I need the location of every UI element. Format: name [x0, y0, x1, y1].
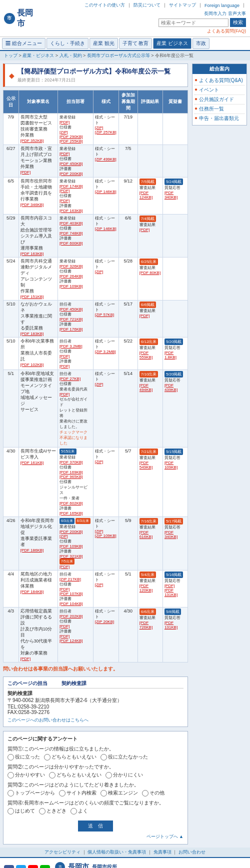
table-row: 5/1 令和6年度地域支援事業推進計画モーメンツタイプ地域地域メッセージサービス… [4, 370, 188, 448]
nav-item-city[interactable]: 市政 [192, 38, 210, 49]
row-qa: 5/8掲載 質疑応答 [PDF 131KB] [162, 608, 188, 662]
title-icon: ◆ [9, 72, 14, 80]
col-qa: 質疑書 [162, 90, 188, 114]
survey-submit-button[interactable]: 送 信 [78, 820, 113, 832]
footer-logo: 市 長岡市 長岡市役所 [55, 862, 210, 868]
row-date: 5/10 [4, 338, 19, 370]
sidebar-item-notices[interactable]: ● 申告・届出書類元 [194, 114, 244, 123]
row-format: 様式・シート [ZIP] [ZIP 257KB] [93, 114, 118, 145]
row-project: ながおかウェルネス事業推進に関する委託業務 [PDF 183KB] [18, 300, 58, 338]
twitter-icon[interactable]: t [16, 865, 26, 868]
project-pdf[interactable]: [PDF] [20, 170, 56, 174]
project-pdf[interactable]: [PDF 352KB] [20, 138, 56, 143]
fmt-zip2[interactable]: [ZIP 257KB] [95, 130, 117, 134]
survey-q4-opt2[interactable]: ときどき [39, 808, 66, 814]
survey-q3-opt1[interactable]: トップページから [8, 790, 55, 796]
access-link-privacy[interactable]: 個人情報の取扱い・免責事項 [88, 850, 146, 854]
sidebar-label-facilities: 公共施設ガイド [199, 96, 234, 103]
fmt-zip1[interactable]: [ZIP] [95, 126, 117, 130]
row-period: 9/12 [118, 178, 138, 214]
nav-item-menu[interactable]: ☰ 総合メニュー [2, 38, 46, 49]
table-row: 4/3 応用情報定義業評価に関するる設計及び市内10分目代から30代後半を対象の… [4, 608, 188, 662]
nav-item-life[interactable]: くらし・手続き [46, 38, 88, 49]
page-top-link[interactable]: ページトップへ ▲ [8, 834, 184, 840]
row-dept: 5/15出来 業者登録 [PDF 370KB] 仕様書 [PDF 169KB] … [58, 448, 93, 517]
breadcrumb-proposal[interactable]: 長岡市プロポーザル方式公示等 [87, 53, 150, 58]
access-link-contact[interactable]: お問い合わせ [178, 850, 206, 854]
sidebar-item-events[interactable]: ● イベント [194, 86, 244, 95]
sidebar-item-offices[interactable]: ● 任務所一覧 [194, 104, 244, 114]
search-button[interactable]: 検索 [230, 18, 246, 27]
row-project: 令和6年度長岡市地域デジタル化促進事業委託事業者 [PDF 186KB] [18, 517, 58, 570]
survey-q4-opt1[interactable]: はじめて [8, 808, 35, 814]
sidebar-title: 総合案内 [192, 64, 246, 74]
header-link-sitemap[interactable]: サイトマップ [169, 2, 196, 8]
header-link-usage[interactable]: このサイトの使い方 [84, 2, 125, 8]
table-row: 7/9 長岡市立大型図書館サービス技術審査業務外業務 [PDF 352KB] 業… [4, 114, 188, 145]
survey-q3-opt4[interactable]: その他 [142, 790, 164, 796]
row-date: 4/3 [4, 608, 19, 662]
bullet-icon: ● [194, 115, 198, 120]
contact-fax: FAX:0258-39-2276 [8, 710, 122, 715]
footer-logo-icon: 市 [55, 862, 65, 868]
footer-city-label: 長岡市役所 [92, 864, 117, 868]
table-row: 5/10 令和6年次業事務所業務法人市長委託 [PDF 102KB] 担任者 [… [4, 338, 188, 370]
header-link-voice[interactable]: 長岡市入力 音声大事 [204, 10, 246, 17]
footer-content: f t ▶ L 市 長岡市 長岡市役所 〒940-8501 新潟県長岡市大手通1… [4, 862, 246, 868]
logo-text: 長岡市 [17, 8, 41, 29]
search-input[interactable] [158, 18, 228, 27]
row-qa: 5/20掲載 質疑応答 [PDF 439KB] [162, 370, 188, 448]
row-project: 長岡市共科交通連動デジタルメディアレコンテンツ制作業務 [PDF 151KB] [18, 258, 58, 300]
bullet-icon: ● [194, 86, 198, 92]
line-icon[interactable]: L [40, 865, 50, 868]
row-qa: 5/17掲載 質疑応答 [PDF 340KB] [162, 517, 188, 570]
survey-q1-opt2[interactable]: どちらともいえない [44, 754, 96, 760]
header-link-foreign[interactable]: Foreign language [204, 3, 240, 8]
survey-q1-opt3[interactable]: 役に立たなかった [100, 754, 148, 760]
survey-q2-opt2[interactable]: どちらともいえない [49, 772, 102, 778]
survey-q2-opt1[interactable]: 分かりやすい [8, 772, 45, 778]
faq-quick[interactable]: よくある質問(FAQ) [207, 28, 246, 34]
youtube-icon[interactable]: ▶ [28, 865, 38, 868]
sidebar-label-events: イベント [199, 86, 219, 94]
nav-item-industry[interactable]: 産業 観光 [90, 38, 118, 49]
survey-q3-opt3[interactable]: 検索エンジン [100, 790, 138, 796]
row-project: 尾島地区の地力利活成施業者様体業務 [PDF 184KB] [18, 570, 58, 608]
header-link-disaster[interactable]: 防災について [134, 2, 160, 8]
update-date: 最終更新日：2024年7月21日 [18, 77, 170, 84]
row-dept: 業者登録 [PDF] 仕様書 [PDF 450KB] 評価書 [PDF 200K… [58, 145, 93, 178]
breadcrumb-top[interactable]: トップ [4, 53, 18, 58]
dept-pdf2[interactable]: [ZIP] [60, 130, 92, 134]
facebook-icon[interactable]: f [4, 865, 14, 868]
dept-pdf4[interactable]: [PDF 255KB] [60, 139, 92, 144]
sidebar-item-facilities[interactable]: ● 公共施設ガイド [194, 95, 244, 104]
row-date: 4/4 [4, 570, 19, 608]
contact-box: このページの担当 契約検査課 契約検査課 〒940-0062 新潟県長岡市大手通… [3, 676, 188, 727]
access-link-disclaimer[interactable]: 免責事項 [154, 850, 172, 854]
contact-address: 〒940-0062 新潟県長岡市大手通2-6（大手通分室） [8, 697, 122, 704]
breadcrumb-industry[interactable]: 産業・ビジネス [22, 53, 54, 58]
result-badge: 6/12出来 [140, 338, 158, 345]
survey-q4-text: 質問④:長岡市ホームページはどのくらいの頻度でご覧になりますか。 [8, 800, 184, 806]
survey-q1-opt1[interactable]: 役に立った [8, 754, 40, 760]
dept-pdf1[interactable]: [PDF] [60, 120, 92, 124]
breadcrumb-bid[interactable]: 入札・契約 [60, 53, 82, 58]
row-period: 7/19 [118, 114, 138, 145]
col-project: 対象事業名 [18, 90, 58, 114]
nav-item-business[interactable]: 産業 ビジネス [153, 38, 192, 49]
survey-q3-opt2[interactable]: サイト内検索 [59, 790, 96, 796]
table-row: 5/24 長岡市共科交通連動デジタルメディアレコンテンツ制作業務 [PDF 15… [4, 258, 188, 300]
dept-pdf3[interactable]: [PDF 290KB] [60, 134, 92, 139]
row-result: 7/16出来 審査結果 [PDF 616KB] [138, 517, 162, 570]
survey-q2-opt3[interactable]: 分かりにくい [106, 772, 143, 778]
sidebar-item-faq[interactable]: ● よくある質問(Q&A) [194, 76, 244, 86]
result-badge: 7/5掲載 [140, 178, 156, 185]
access-link-accessibility[interactable]: アクセシビリティ [44, 850, 80, 854]
nav-item-childcare[interactable]: 子育て 教育 [119, 38, 152, 49]
survey-q4-opt3[interactable]: よく [70, 808, 88, 814]
row-format: 様式・シート [ZIP 146KB] [93, 178, 118, 214]
col-dept: 担当部署 [58, 90, 93, 114]
logo-area: 市 長岡市 [4, 8, 41, 29]
contact-email-link[interactable]: このページへのお問い合わせはこちらへ [8, 717, 184, 724]
row-dept: 担任者 [PDF 3.2MB] 仕様書 [PDF] 評価書 [PDF] [58, 338, 93, 370]
